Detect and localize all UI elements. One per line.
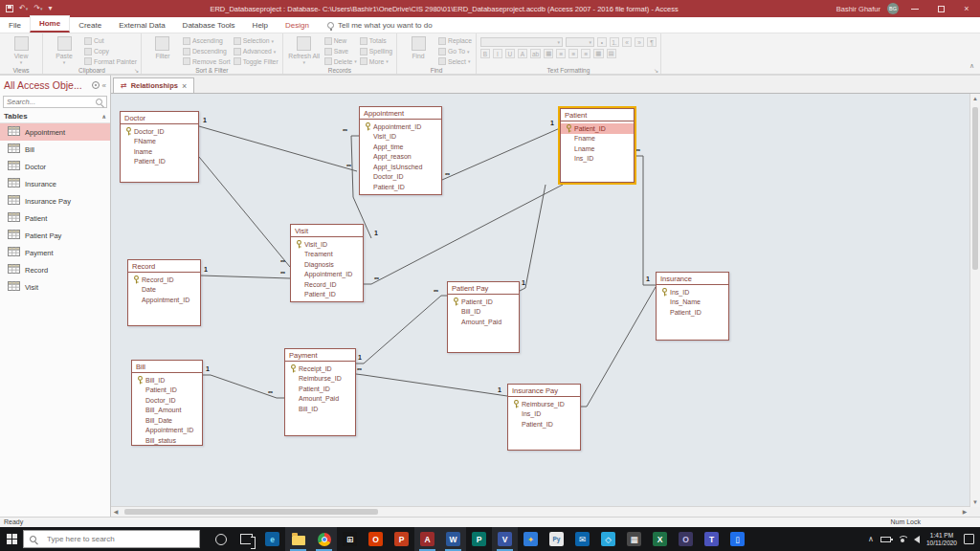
erd-field[interactable]: Patient_ID [360, 182, 441, 192]
erd-field[interactable]: Visit_ID [291, 239, 363, 250]
calculator-icon[interactable]: ▦ [621, 527, 647, 551]
dialog-launcher-icon[interactable]: ↘ [134, 67, 139, 74]
collapse-section-icon[interactable]: ∧ [101, 113, 106, 120]
erd-field[interactable]: Diagnosis [291, 259, 363, 270]
sidebar-item-insurance[interactable]: Insurance [0, 175, 110, 192]
scroll-right-icon[interactable]: ▶ [960, 507, 969, 517]
tab-design[interactable]: Design [277, 18, 318, 33]
erd-field[interactable]: Bill_ID [132, 375, 202, 386]
access-icon[interactable]: A [414, 527, 440, 551]
erd-field[interactable]: Patient_ID [121, 157, 198, 167]
tab-relationships[interactable]: ⇄ Relationships × [113, 77, 194, 93]
erd-field[interactable]: Patient_ID [291, 290, 363, 300]
vertical-scrollbar[interactable]: ▲ ▼ [969, 94, 980, 507]
ribbon-button-descending[interactable]: Descending [183, 47, 231, 56]
wifi-icon[interactable] [898, 536, 907, 543]
horizontal-scroll-thumb[interactable] [124, 509, 378, 515]
start-button[interactable] [0, 527, 23, 551]
sidebar-item-doctor[interactable]: Doctor [0, 158, 110, 175]
erd-field[interactable]: Ins_ID [657, 287, 728, 298]
horizontal-scrollbar[interactable]: ◀ ▶ [111, 506, 969, 517]
erd-field[interactable]: Appointment_ID [291, 270, 363, 280]
erd-field[interactable]: Reimburse_ID [285, 374, 355, 385]
bullets-icon[interactable]: • [597, 37, 607, 47]
erd-field[interactable]: Appointment_ID [132, 426, 202, 436]
sidebar-item-patient-pay[interactable]: Patient Pay [0, 227, 110, 244]
tray-chevron-up-icon[interactable]: ∧ [868, 535, 874, 543]
tab-database-tools[interactable]: Database Tools [174, 18, 244, 33]
erd-field[interactable]: Ins_ID [561, 154, 634, 165]
erd-field[interactable]: Ins_Name [657, 298, 728, 308]
ribbon-button-selection[interactable]: Selection▾ [234, 36, 278, 46]
background-color-icon[interactable]: ▦ [544, 49, 553, 58]
italic-icon[interactable]: I [493, 49, 502, 58]
photos-icon[interactable]: ✦ [518, 527, 544, 551]
sidebar-item-payment[interactable]: Payment [0, 244, 110, 261]
collapse-ribbon-icon[interactable]: ∧ [969, 62, 974, 70]
nav-search-input[interactable] [4, 98, 96, 106]
erd-table-patient[interactable]: PatientPatient_IDFnameLnameIns_ID [560, 108, 635, 183]
erd-table-record[interactable]: RecordRecord_IDDateAppointment_ID [127, 259, 201, 326]
taskbar-search-input[interactable] [45, 534, 193, 544]
close-tab-icon[interactable]: × [182, 81, 187, 91]
ribbon-button-ascending[interactable]: Ascending [183, 36, 231, 46]
taskbar-search-box[interactable] [23, 530, 200, 548]
ribbon-button-filter[interactable]: Filter [145, 35, 180, 66]
font-size-combo[interactable]: ▾ [566, 37, 594, 47]
python-icon[interactable]: Py [544, 527, 569, 551]
relationship-line[interactable] [635, 156, 656, 285]
erd-field[interactable]: Patient_ID [448, 297, 519, 307]
relationships-canvas[interactable]: 1∞∞1∞1∞∞1∞1∞1∞1∞∞11∞ DoctorDoctor_IDFNam… [111, 94, 969, 507]
erd-table-doctor[interactable]: DoctorDoctor_IDFNamelnamePatient_ID [120, 111, 199, 183]
sidebar-item-appointment[interactable]: Appointment [0, 123, 110, 141]
bold-icon[interactable]: B [480, 49, 490, 58]
align-right-icon[interactable]: ≡ [581, 49, 590, 58]
opera-icon[interactable]: O [673, 527, 699, 551]
erd-field[interactable]: Reimburse_ID [508, 399, 580, 409]
font-name-combo[interactable]: ▾ [480, 37, 563, 47]
ribbon-button-format-painter[interactable]: Format Painter [84, 56, 137, 66]
ribbon-button-select[interactable]: Select▾ [438, 56, 472, 66]
shutter-bar-close-icon[interactable]: « [102, 81, 106, 90]
ribbon-button-toggle-filter[interactable]: Toggle Filter [234, 56, 278, 66]
sidebar-item-visit[interactable]: Visit [0, 278, 110, 296]
tab-file[interactable]: File [0, 18, 30, 33]
nav-section-header[interactable]: Tables ∧ [0, 109, 110, 123]
relationship-line[interactable] [201, 276, 290, 278]
gridlines-icon[interactable]: ▦ [593, 49, 603, 58]
align-left-icon[interactable]: ≡ [556, 49, 566, 58]
erd-field[interactable]: Visit_ID [360, 132, 441, 143]
ribbon-button-new[interactable]: New [324, 36, 357, 46]
sidebar-item-bill[interactable]: Bill [0, 141, 110, 158]
erd-field[interactable]: Fname [561, 134, 634, 144]
file-explorer-icon[interactable] [285, 527, 311, 551]
vertical-scroll-thumb[interactable] [972, 107, 978, 270]
erd-field[interactable]: Date [128, 285, 200, 296]
erd-field[interactable]: Appt_time [360, 142, 441, 152]
relationship-line[interactable] [199, 126, 357, 171]
sidebar-item-patient[interactable]: Patient [0, 209, 110, 227]
underline-icon[interactable]: U [505, 49, 515, 58]
erd-field[interactable]: Amount_Paid [448, 317, 519, 327]
highlight-color-icon[interactable]: ab [530, 49, 541, 58]
relationship-line[interactable] [199, 157, 290, 267]
nav-search-box[interactable] [3, 96, 107, 108]
indent-decrease-icon[interactable]: « [622, 37, 632, 47]
erd-field[interactable]: Patient_ID [132, 386, 202, 396]
tab-external-data[interactable]: External Data [110, 18, 173, 33]
user-name[interactable]: Bashir Ghafur [836, 5, 880, 13]
erd-field[interactable]: Appt_IsUnsched [360, 162, 441, 172]
close-button[interactable]: × [957, 4, 976, 13]
tell-me-box[interactable]: Tell me what you want to do [327, 21, 433, 33]
task-view-icon[interactable] [234, 527, 259, 551]
relationship-line[interactable] [364, 185, 563, 284]
erd-field[interactable]: Treament [291, 250, 363, 260]
word-icon[interactable]: W [440, 527, 466, 551]
erd-field[interactable]: Appt_reason [360, 152, 441, 163]
clock[interactable]: 1:41 PM 10/11/2020 [926, 532, 957, 547]
ribbon-button-go-to[interactable]: Go To▾ [438, 47, 472, 56]
relationship-line[interactable] [581, 287, 656, 407]
erd-field[interactable]: Lname [561, 143, 634, 154]
erd-field[interactable]: FName [121, 137, 198, 147]
ribbon-button-totals[interactable]: Totals [360, 36, 392, 46]
